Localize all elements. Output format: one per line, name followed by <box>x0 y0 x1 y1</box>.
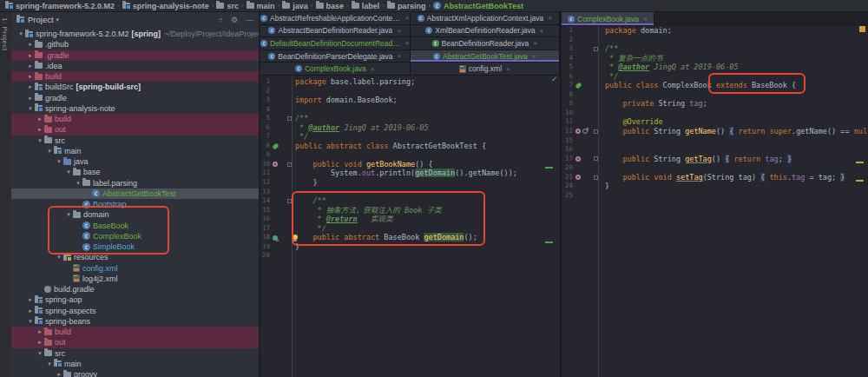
chevron-down-icon[interactable]: ▾ <box>16 30 25 37</box>
chevron-right-icon[interactable]: ▸ <box>26 63 35 69</box>
line-number[interactable]: 7 <box>562 81 575 90</box>
close-icon[interactable]: × <box>643 15 648 23</box>
code-line[interactable]: 7 */ <box>260 132 560 142</box>
breadcrumb-item[interactable]: parsing <box>387 2 426 10</box>
code-line[interactable]: 18 public abstract BaseBook getDomain(); <box>260 233 560 242</box>
close-icon[interactable]: × <box>371 65 375 73</box>
line-number[interactable]: 19 <box>260 242 273 252</box>
close-icon[interactable]: × <box>405 39 410 47</box>
tree-item-src[interactable]: ▾src <box>11 348 259 359</box>
project-stripe-button[interactable]: 1: Project <box>1 17 9 51</box>
code-text[interactable] <box>292 150 560 160</box>
code-text[interactable]: * 复杂一点的书 <box>598 54 868 63</box>
code-line[interactable]: 17 */ <box>260 224 560 234</box>
tree-item-spring-beans[interactable]: ▾spring-beans <box>11 316 259 327</box>
tree-item-config-xml[interactable]: config.xml <box>11 263 259 274</box>
code-text[interactable] <box>598 163 868 173</box>
implemented-method-icon[interactable] <box>273 235 278 241</box>
tab-complexbook-java[interactable]: CComplexBook.java× <box>260 63 411 76</box>
tree-item--gradle[interactable]: ▸.gradle <box>11 50 259 61</box>
tree-item-basebook[interactable]: CBaseBook <box>11 221 259 231</box>
code-line[interactable]: 13 <box>260 188 560 197</box>
close-icon[interactable]: × <box>398 52 402 60</box>
line-number[interactable]: 17 <box>562 155 575 164</box>
tree-item-spring-analysis-note[interactable]: ▾spring-analysis-note <box>11 103 259 114</box>
code-text[interactable]: @Override <box>598 117 868 127</box>
code-text[interactable]: public abstract class AbstractGetBookTes… <box>292 142 560 151</box>
chevron-right-icon[interactable]: ▸ <box>26 83 35 90</box>
implemented-marker-icon[interactable] <box>272 142 279 149</box>
fold-expand-icon[interactable] <box>594 129 598 134</box>
tab-abstractgetbooktest-java[interactable]: CAbstractGetBookTest.java× <box>411 50 561 63</box>
close-icon[interactable]: × <box>405 14 410 22</box>
code-text[interactable]: public class ComplexBook extends BaseBoo… <box>598 81 868 90</box>
overridden-method-icon[interactable] <box>575 156 581 162</box>
code-line[interactable]: 20 <box>562 163 868 173</box>
chevron-down-icon[interactable]: ▾ <box>45 148 54 155</box>
code-line[interactable]: 15 <box>562 136 868 146</box>
tab-xmlbeandefinitionreader-java[interactable]: CXmlBeanDefinitionReader.java× <box>411 25 561 38</box>
code-line[interactable]: 2 <box>562 36 868 45</box>
code-text[interactable] <box>292 105 560 115</box>
view-options-icon[interactable]: ÷ <box>219 16 223 24</box>
chevron-down-icon[interactable]: ▾ <box>64 211 73 218</box>
chevron-down-icon[interactable]: ▾ <box>36 350 44 357</box>
line-number[interactable]: 9 <box>260 150 273 160</box>
line-number[interactable]: 16 <box>562 145 575 155</box>
chevron-right-icon[interactable]: ▸ <box>36 328 44 335</box>
code-text[interactable]: public void setTag(String tag) { this.ta… <box>598 173 868 182</box>
line-number[interactable]: 5 <box>260 114 273 123</box>
code-line[interactable]: 17 public String getTag() { return tag; … <box>562 155 868 164</box>
tree-item-out[interactable]: ▸out <box>11 124 259 135</box>
line-number[interactable]: 8 <box>260 142 273 151</box>
tab-abstractrefreshableapplicationcontext-java[interactable]: CAbstractRefreshableApplicationContext.j… <box>260 12 411 25</box>
code-line[interactable]: 11 @Override <box>562 117 868 127</box>
code-text[interactable] <box>292 251 560 261</box>
code-text[interactable]: private String tag; <box>598 99 868 109</box>
line-number[interactable]: 18 <box>260 233 273 242</box>
chevron-down-icon[interactable]: ▾ <box>74 180 82 187</box>
code-text[interactable]: * @author JingQ at 2019-06-05 <box>292 123 560 133</box>
chevron-down-icon[interactable]: ▾ <box>45 360 54 367</box>
code-line[interactable]: 2 <box>260 87 560 96</box>
tab-beandefinitionreader-java[interactable]: IBeanDefinitionReader.java× <box>411 37 561 50</box>
code-line[interactable]: 15 * 抽象方法，获取注入的 Book 子类 <box>260 206 560 215</box>
code-text[interactable] <box>598 136 868 146</box>
tree-item-build-gradle[interactable]: build.gradle <box>11 284 259 294</box>
code-text[interactable]: */ <box>292 224 560 234</box>
tree-item-simplebook[interactable]: CSimpleBook <box>11 241 259 252</box>
code-text[interactable]: package base.label.parsing; <box>292 77 560 87</box>
code-text[interactable]: /** <box>292 114 560 123</box>
line-number[interactable]: 12 <box>260 178 273 188</box>
code-line[interactable]: 8public abstract class AbstractGetBookTe… <box>260 142 560 151</box>
code-text[interactable] <box>292 87 560 96</box>
tab-abstractbeandefinitionreader-java[interactable]: CAbstractBeanDefinitionReader.java× <box>260 25 411 38</box>
code-text[interactable]: package domain; <box>598 26 868 36</box>
code-text[interactable]: * @return 实现类 <box>292 215 560 224</box>
chevron-down-icon[interactable]: ▾ <box>55 254 63 261</box>
chevron-right-icon[interactable]: ▸ <box>26 95 35 102</box>
tab-defaultbeandefinitiondocumentreader-java[interactable]: CDefaultBeanDefinitionDocumentReader.jav… <box>260 37 411 50</box>
code-line[interactable]: 8 <box>562 90 868 100</box>
settings-icon[interactable]: ⚙ <box>231 16 238 24</box>
fold-collapse-icon[interactable] <box>287 199 292 203</box>
line-number[interactable]: 10 <box>562 109 575 118</box>
line-number[interactable]: 10 <box>260 160 273 169</box>
breadcrumb-item[interactable]: java <box>282 2 308 10</box>
code-text[interactable]: } <box>292 242 560 252</box>
code-text[interactable] <box>598 145 868 155</box>
fold-collapse-icon[interactable] <box>287 116 292 121</box>
chevron-right-icon[interactable]: ▸ <box>26 52 35 59</box>
tree-item-domain[interactable]: ▾domain <box>11 209 259 220</box>
code-line[interactable]: 7public class ComplexBook extends BaseBo… <box>562 81 868 90</box>
tree-item-log4j2-xml[interactable]: log4j2.xml <box>11 274 259 284</box>
breadcrumb-item[interactable]: main <box>247 2 275 10</box>
code-text[interactable]: */ <box>598 72 868 82</box>
chevron-down-icon[interactable]: ▾ <box>64 169 73 175</box>
code-text[interactable]: * 抽象方法，获取注入的 Book 子类 <box>292 206 560 215</box>
tree-item-base[interactable]: ▾base <box>11 167 259 177</box>
code-text[interactable] <box>598 36 868 45</box>
chevron-down-icon[interactable]: ▾ <box>55 158 63 165</box>
tree-item-bootstrap[interactable]: CBootstrap <box>11 199 259 209</box>
code-text[interactable]: * @author JingQ at 2019-06-05 <box>598 63 868 72</box>
